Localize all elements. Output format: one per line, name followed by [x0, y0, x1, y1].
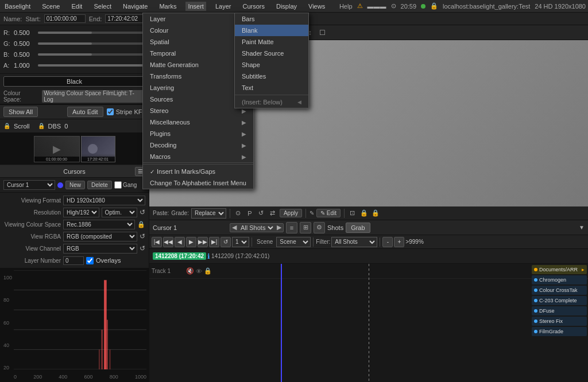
up-icon[interactable]: ↑ [258, 28, 269, 38]
insert-dropdown-menu[interactable]: Layer ▶ Colour ▶ Spatial ▶ Temporal ▶ Ma… [142, 13, 254, 189]
dd-layering[interactable]: Layering ▶ [143, 82, 253, 93]
shots-grid-icon[interactable]: ⊞ [300, 222, 311, 233]
align-icon[interactable]: ↕ [305, 28, 315, 38]
dd-decoding[interactable]: Decoding ▶ [143, 139, 253, 151]
shots-collapse-icon[interactable]: ▼ [579, 224, 585, 231]
copy-icon[interactable]: ⊡ [348, 209, 357, 218]
dd-transforms[interactable]: Transforms ▶ [143, 71, 253, 82]
grade-expand-0[interactable]: ▸ [582, 267, 585, 272]
shots-list-icon[interactable]: ≡ [286, 222, 297, 233]
paste-icon4[interactable]: ⇄ [268, 209, 277, 218]
gang-checkbox[interactable] [114, 181, 122, 189]
dd-macros[interactable]: Macros ▶ [143, 151, 253, 162]
nav-fwd-btn[interactable]: ▶▶ [198, 237, 208, 247]
grade-node-5[interactable]: Stereo Fix [532, 317, 587, 326]
a-slider[interactable] [38, 64, 145, 67]
thumbnail-play[interactable]: ▶ 01:00:00:00 [34, 136, 80, 162]
shots-select[interactable]: All Shots [238, 224, 275, 232]
dd-change-alpha[interactable]: Change To Alphabetic Insert Menu [143, 177, 253, 189]
paste-icon2[interactable]: P [245, 209, 254, 218]
paste-grade-select[interactable]: Replace [191, 208, 226, 219]
scroll-lock-icon[interactable]: 🔒 [3, 123, 10, 129]
shots-arrow-left[interactable]: ◀ [230, 224, 238, 231]
resolution-select[interactable]: High/192° [63, 208, 99, 217]
link2-icon[interactable]: 🔗 [271, 28, 281, 38]
nav-loop-btn[interactable]: ↺ [220, 237, 231, 247]
cursor-select[interactable]: Cursor 1 [3, 180, 55, 190]
menu-layer[interactable]: Layer [213, 2, 234, 11]
show-all-button[interactable]: Show All [3, 107, 38, 117]
delete-cursor-button[interactable]: Delete [87, 181, 112, 189]
nav-prev-btn[interactable]: ◀◀ [163, 237, 173, 247]
nav-end-btn[interactable]: ▶| [209, 237, 219, 247]
menu-cursors[interactable]: Cursors [240, 2, 267, 11]
nav-zoom-out-btn[interactable]: - [382, 237, 393, 247]
lock-colour-icon[interactable]: 🔒 [137, 221, 145, 228]
grade-node-3[interactable]: C-203 Complete [532, 296, 587, 305]
stripe-kf-checkbox[interactable] [107, 108, 114, 115]
grade-node-0[interactable]: Documents/ARR ▸ [532, 265, 587, 274]
shots-settings-icon[interactable]: ⚙ [314, 222, 325, 233]
nav-back-btn[interactable]: ◀ [175, 237, 185, 247]
viewing-format-select[interactable]: HD 1920x1080 [63, 196, 145, 205]
apply-button[interactable]: Apply [280, 209, 302, 217]
black-button[interactable]: Black [3, 76, 145, 87]
menu-scene[interactable]: Scene [40, 2, 62, 11]
track-lock-icon[interactable]: 🔒 [204, 267, 212, 275]
dbs-lock-icon[interactable]: 🔒 [38, 123, 45, 129]
scene-select[interactable]: Scene [276, 237, 311, 247]
paste-icon6[interactable]: 🔒 [371, 209, 380, 218]
auto-edit-button[interactable]: Auto Edit [67, 107, 103, 117]
shots-arrow-right[interactable]: ▶ [275, 224, 283, 231]
view-rgba-select[interactable]: RGB (composited [63, 232, 137, 241]
grade-node-1[interactable]: Chromogen [532, 275, 587, 284]
end-input[interactable] [105, 14, 146, 23]
grade-node-2[interactable]: Colour CrossTak [532, 286, 587, 295]
playhead-line[interactable] [281, 264, 282, 382]
layer-number-input[interactable] [63, 256, 84, 265]
filter-select[interactable]: All Shots [331, 237, 377, 247]
track-speaker-icon[interactable]: 🔇 [186, 267, 194, 275]
dd-stereo[interactable]: Stereo ▶ [143, 105, 253, 116]
nav-play-btn[interactable]: ▶ [186, 237, 196, 247]
g-slider[interactable] [38, 42, 145, 45]
grab-button[interactable]: Grab [346, 223, 370, 233]
help-label[interactable]: Help [339, 3, 353, 10]
dd-miscellaneous[interactable]: Miscellaneous ▶ [143, 116, 253, 128]
thumbnail-image[interactable]: 17:20:42:01 [81, 136, 115, 162]
reset-rgba-icon[interactable]: ↺ [140, 232, 145, 240]
viewing-colour-select[interactable]: Rec.1886 [63, 220, 135, 229]
menu-insert[interactable]: Insert [185, 2, 206, 11]
reset-resolution-icon[interactable]: ↺ [140, 208, 145, 216]
nav-start-btn[interactable]: |◀ [152, 237, 162, 247]
nav-zoom-in-btn[interactable]: + [394, 237, 404, 247]
menu-views[interactable]: Views [306, 2, 327, 11]
dd-sources[interactable]: Sources ▶ [143, 93, 253, 105]
menu-navigate[interactable]: Navigate [121, 2, 150, 11]
dd-layer[interactable]: Layer ▶ [143, 13, 253, 25]
dd-temporal[interactable]: Temporal ▶ [143, 48, 253, 59]
new-cursor-button[interactable]: New [65, 181, 85, 189]
optim-select[interactable]: Optim. [102, 208, 138, 217]
b-slider[interactable] [38, 53, 145, 56]
paste-icon1[interactable]: ⊙ [234, 209, 243, 218]
paste-icon3[interactable]: ↺ [257, 209, 266, 218]
dd-colour[interactable]: Colour ▶ [143, 25, 253, 36]
view-channel-select[interactable]: RGB [63, 244, 137, 254]
menu-marks[interactable]: Marks [157, 2, 179, 11]
paste-icon5[interactable]: 🔒 [359, 209, 369, 218]
box-icon[interactable]: ☐ [318, 28, 328, 38]
r-slider[interactable] [38, 32, 145, 34]
start-input[interactable] [44, 14, 86, 23]
nav-speed-select[interactable]: 1× [232, 237, 249, 247]
grade-node-6[interactable]: FilmGrade [532, 327, 587, 336]
dd-spatial[interactable]: Spatial ▶ [143, 36, 253, 48]
dd-insert-marks[interactable]: ✓Insert In Marks/Gaps [143, 166, 253, 177]
dd-matte-gen[interactable]: Matte Generation ▶ [143, 59, 253, 71]
menu-select[interactable]: Select [91, 2, 114, 11]
grade-node-4[interactable]: DFuse [532, 306, 587, 315]
menu-baselight[interactable]: Baselight [2, 2, 33, 11]
menu-edit[interactable]: Edit [69, 2, 84, 11]
overlays-checkbox[interactable] [86, 257, 94, 264]
reset-channel-icon[interactable]: ↺ [140, 244, 145, 252]
